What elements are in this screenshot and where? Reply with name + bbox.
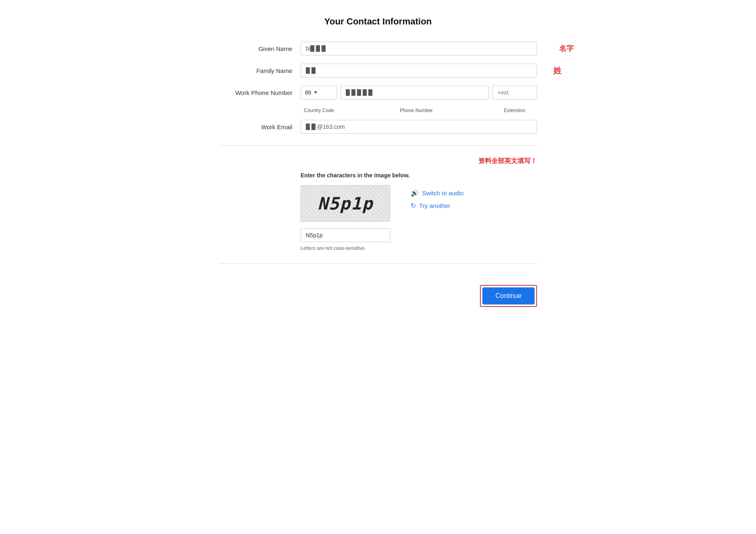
given-name-label: Given Name	[219, 45, 301, 52]
captcha-image: N5p1p	[301, 185, 390, 222]
email-label: Work Email	[219, 124, 301, 130]
switch-audio-label: Switch to audio	[422, 190, 464, 196]
contact-form: Given Name 名字 Family Name 姓 Work Phone N…	[219, 42, 537, 134]
country-code-dropdown[interactable]: 86	[301, 86, 337, 99]
email-input[interactable]	[301, 120, 537, 134]
continue-button[interactable]: Continue	[482, 287, 535, 305]
audio-icon: 🔊	[411, 189, 419, 197]
phone-number-sublabel: Phone Number	[340, 108, 492, 113]
bottom-row: Continue	[219, 275, 537, 307]
captcha-input[interactable]	[301, 228, 390, 242]
phone-label: Work Phone Number	[219, 89, 301, 96]
extension-sublabel: Extension	[492, 108, 537, 113]
refresh-icon: ↻	[411, 202, 416, 210]
given-name-annotation: 名字	[559, 44, 574, 53]
captcha-actions: 🔊 Switch to audio ↻ Try another	[411, 185, 464, 210]
phone-row: Work Phone Number 86	[219, 86, 537, 99]
phone-sub-labels: Country Code Phone Number Extension	[301, 108, 537, 113]
section-divider	[219, 145, 537, 146]
captcha-section: Enter the characters in the image below.…	[301, 172, 537, 251]
country-code-value: 86	[305, 89, 312, 96]
phone-group: 86	[301, 86, 537, 99]
phone-number-input[interactable]	[340, 86, 489, 99]
family-name-row: Family Name 姓	[219, 64, 537, 77]
try-another-link[interactable]: ↻ Try another	[411, 202, 464, 210]
captcha-hint: Letters are not case-sensitive.	[301, 245, 537, 251]
switch-audio-link[interactable]: 🔊 Switch to audio	[411, 189, 464, 197]
captcha-prompt: Enter the characters in the image below.	[301, 172, 537, 179]
email-row: Work Email	[219, 120, 537, 134]
captcha-display-text: N5p1p	[318, 194, 373, 214]
bottom-divider	[219, 263, 537, 264]
continue-button-wrapper: Continue	[480, 285, 537, 307]
given-name-row: Given Name 名字	[219, 42, 537, 55]
captcha-row: N5p1p 🔊 Switch to audio ↻ Try another	[301, 185, 537, 222]
country-code-sublabel: Country Code	[301, 108, 337, 113]
family-name-annotation: 姓	[553, 65, 561, 76]
try-another-label: Try another	[419, 202, 450, 209]
family-name-input[interactable]	[301, 64, 537, 77]
fill-annotation: 资料全部英文填写！	[219, 157, 537, 165]
phone-ext-input[interactable]	[492, 86, 537, 99]
dropdown-chevron-icon	[314, 91, 317, 94]
given-name-input[interactable]	[301, 42, 537, 55]
page-title: Your Contact Information	[219, 16, 537, 27]
family-name-label: Family Name	[219, 67, 301, 74]
bottom-section: Continue	[219, 263, 537, 307]
